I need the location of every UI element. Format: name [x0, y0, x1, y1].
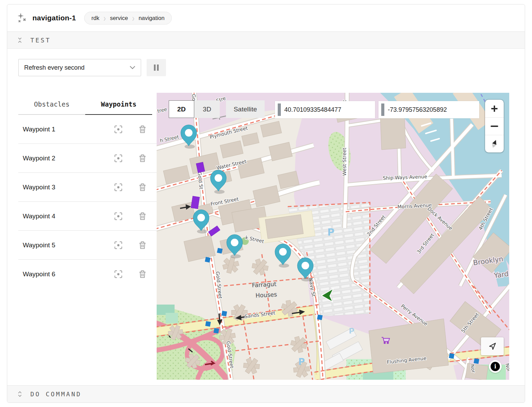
compass-icon	[490, 139, 499, 149]
test-panel-header[interactable]: TEST	[7, 31, 525, 49]
waypoint-label: Waypoint 1	[23, 126, 114, 133]
plus-icon	[490, 105, 499, 113]
focus-waypoint-button[interactable]	[114, 241, 123, 250]
focus-waypoint-button[interactable]	[114, 270, 123, 279]
mode-2d-button[interactable]: 2D	[169, 100, 194, 118]
tab-obstacles[interactable]: Obstacles	[18, 93, 85, 115]
do-command-header[interactable]: DO COMMAND	[7, 385, 525, 403]
navigation-map[interactable]: P P P Plymouth Street h Street tree Go S…	[157, 93, 509, 380]
focus-waypoint-button[interactable]	[114, 154, 123, 163]
focus-waypoint-button[interactable]	[114, 212, 123, 221]
delete-waypoint-button[interactable]	[138, 212, 147, 221]
pause-icon	[154, 64, 159, 71]
svg-text:P: P	[349, 327, 354, 335]
svg-text:Farragut: Farragut	[252, 280, 277, 289]
map-canvas[interactable]: P P P Plymouth Street h Street tree Go S…	[157, 93, 509, 380]
delete-waypoint-button[interactable]	[138, 241, 147, 250]
tab-bar: Obstacles Waypoints	[18, 93, 157, 115]
navigation-card: navigation-1 rdk › service › navigation …	[7, 4, 525, 403]
longitude-input[interactable]: -73.97957563205892	[378, 101, 479, 118]
chevron-down-icon	[130, 66, 135, 69]
map-mode-toggle: 2D 3D Satellite	[169, 100, 265, 118]
breadcrumb-separator-icon: ›	[132, 12, 135, 23]
test-panel-label: TEST	[30, 37, 51, 44]
latitude-input[interactable]: 40.70109335484477	[275, 101, 375, 118]
waypoint-label: Waypoint 4	[23, 212, 114, 220]
info-icon: i	[491, 362, 500, 371]
page-title: navigation-1	[32, 14, 76, 22]
svg-text:Houses: Houses	[255, 291, 277, 299]
tab-waypoints[interactable]: Waypoints	[85, 93, 152, 115]
longitude-value: -73.97957563205892	[388, 106, 447, 113]
minus-icon	[490, 122, 499, 130]
waypoint-label: Waypoint 3	[23, 183, 114, 191]
waypoint-label: Waypoint 5	[23, 241, 114, 249]
focus-waypoint-button[interactable]	[114, 183, 123, 192]
delete-waypoint-button[interactable]	[138, 154, 147, 163]
mode-3d-button[interactable]: 3D	[194, 100, 220, 118]
compass-button[interactable]	[485, 135, 504, 152]
focus-waypoint-button[interactable]	[114, 125, 123, 134]
pause-button[interactable]	[147, 59, 166, 76]
waypoint-row: Waypoint 5	[18, 231, 157, 260]
sparkle-icon	[16, 12, 28, 24]
waypoint-row: Waypoint 2	[18, 144, 157, 173]
waypoint-row: Waypoint 4	[18, 202, 157, 231]
breadcrumb-item: navigation	[139, 15, 165, 21]
navigation-arrow-icon	[487, 341, 497, 351]
test-panel-body: Obstacles Waypoints Waypoint 1 Waypoint …	[7, 93, 525, 380]
refresh-rate-select[interactable]: Refresh every second	[18, 59, 141, 76]
waypoint-row: Waypoint 1	[18, 115, 157, 144]
zoom-out-button[interactable]	[485, 117, 504, 135]
delete-waypoint-button[interactable]	[138, 270, 147, 279]
latitude-value: 40.70109335484477	[284, 106, 341, 113]
map-green-patch	[166, 313, 178, 323]
breadcrumb-item: service	[110, 15, 128, 21]
drag-handle[interactable]	[381, 103, 384, 116]
collapse-icon	[17, 37, 23, 43]
breadcrumb-separator-icon: ›	[104, 12, 106, 23]
satellite-button[interactable]: Satellite	[226, 100, 265, 118]
delete-waypoint-button[interactable]	[138, 183, 147, 192]
svg-text:West Street: West Street	[342, 148, 347, 176]
map-zoom-control	[485, 100, 504, 152]
refresh-controls: Refresh every second	[7, 49, 525, 87]
waypoint-label: Waypoint 2	[23, 155, 114, 162]
svg-text:Go: Go	[191, 94, 197, 101]
breadcrumb-item: rdk	[91, 15, 99, 21]
svg-text:P: P	[298, 357, 305, 367]
breadcrumb: rdk › service › navigation	[84, 12, 172, 24]
expand-icon	[17, 391, 23, 397]
locate-robot-button[interactable]	[481, 337, 504, 355]
refresh-rate-value: Refresh every second	[24, 64, 85, 71]
drag-handle[interactable]	[278, 103, 281, 116]
map-attribution-button[interactable]: i	[489, 360, 502, 373]
zoom-in-button[interactable]	[485, 100, 504, 117]
waypoint-label: Waypoint 6	[23, 270, 114, 278]
do-command-label: DO COMMAND	[30, 390, 81, 398]
waypoint-row: Waypoint 3	[18, 173, 157, 202]
waypoint-panel: Obstacles Waypoints Waypoint 1 Waypoint …	[7, 93, 157, 380]
delete-waypoint-button[interactable]	[138, 125, 147, 134]
card-header: navigation-1 rdk › service › navigation	[7, 4, 525, 31]
svg-text:P: P	[327, 227, 335, 238]
waypoint-row: Waypoint 6	[18, 260, 157, 289]
